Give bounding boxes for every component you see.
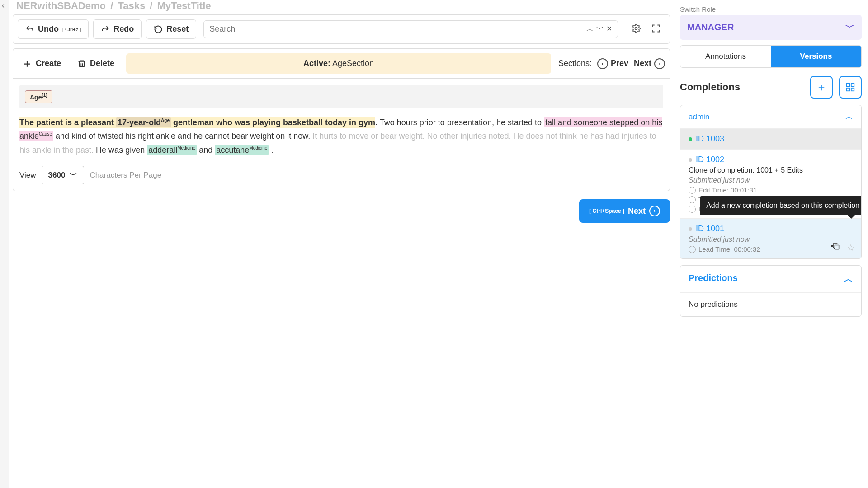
fullscreen-icon[interactable]	[651, 24, 660, 35]
text-seg: .	[269, 145, 273, 155]
collapse-bar[interactable]	[0, 0, 9, 488]
redo-label: Redo	[113, 24, 134, 34]
undo-hint: [ Ctrl+z ]	[62, 27, 81, 32]
active-label: Active:	[303, 59, 330, 68]
search-clear-icon[interactable]: ✕	[606, 24, 612, 34]
text-seg: and kind of twisted his right ankle and …	[53, 131, 312, 141]
search-next-icon[interactable]: ﹀	[596, 24, 604, 34]
lead-time: Lead Time: 00:00:32	[698, 245, 760, 253]
cpp-label: Characters Per Page	[90, 171, 161, 180]
next-section-button[interactable]: Next ›	[634, 58, 665, 69]
breadcrumb: NERwithSBADemo / Tasks / MyTestTitle	[13, 0, 670, 14]
breadcrumb-part[interactable]: NERwithSBADemo	[16, 0, 106, 11]
add-completion-button[interactable]: ＋	[810, 76, 833, 99]
med2-sup: Medicine	[249, 145, 267, 150]
edit-time: Edit Time: 00:01:31	[698, 186, 757, 194]
chevron-up-icon: ︿	[845, 112, 853, 122]
reset-label: Reset	[166, 24, 189, 34]
completions-box: admin ︿ ID 1003 ID 1002 Clone of complet…	[680, 105, 862, 259]
completion-id: ID 1002	[696, 155, 724, 164]
search-prev-icon[interactable]: ︿	[586, 24, 594, 34]
tag-index: [1]	[42, 93, 47, 98]
delete-label: Delete	[90, 59, 114, 68]
search-box[interactable]: ︿ ﹀ ✕	[203, 20, 618, 38]
undo-button[interactable]: Undo [ Ctrl+z ]	[18, 19, 89, 39]
redo-button[interactable]: Redo	[93, 19, 142, 39]
completion-item-1001[interactable]: Add a new completion based on this compl…	[680, 219, 861, 258]
next-label: Next	[628, 206, 646, 216]
status-dot-icon	[689, 158, 692, 162]
med1-sup: Medicine	[177, 145, 195, 150]
sidebar-tabs: Annotations Versions	[680, 45, 862, 68]
cause-sup: Cause	[39, 131, 52, 136]
copy-tooltip: Add a new completion based on this compl…	[700, 196, 862, 215]
next-label: Next	[634, 59, 651, 68]
status-dot-icon	[689, 137, 692, 141]
breadcrumb-sep: /	[110, 0, 113, 11]
med2-value: accutane	[216, 145, 249, 155]
chevron-down-icon: ﹀	[70, 170, 77, 180]
submitted-info: Submitted just now	[689, 235, 853, 244]
completion-item-1003[interactable]: ID 1003	[680, 129, 861, 150]
svg-rect-4	[851, 88, 854, 91]
view-label: View	[19, 171, 36, 180]
med1-span[interactable]: adderallMedicine	[147, 145, 197, 155]
breadcrumb-sep: /	[150, 0, 152, 11]
cursor-icon: ↖	[830, 243, 836, 250]
completion-id: ID 1001	[696, 224, 724, 234]
copy-icon[interactable]: ↖	[831, 242, 840, 253]
predictions-header[interactable]: Predictions ︿	[680, 266, 861, 293]
switch-role-label: Switch Role	[680, 5, 862, 13]
tab-versions[interactable]: Versions	[771, 46, 861, 67]
no-predictions-text: No predictions	[680, 293, 861, 316]
breadcrumb-part[interactable]: MyTestTitle	[157, 0, 211, 11]
next-hint: [ Ctrl+Space ]	[589, 208, 624, 214]
age-value: 17-year-old	[118, 118, 161, 127]
prev-label: Prev	[611, 59, 628, 68]
star-icon[interactable]: ☆	[847, 242, 855, 253]
status-dot-icon	[689, 227, 692, 231]
annotation-text[interactable]: The patient is a pleasant 17-year-oldAge…	[19, 116, 663, 157]
clone-info: Clone of completion: 1001 + 5 Edits	[689, 166, 853, 174]
breadcrumb-part[interactable]: Tasks	[118, 0, 145, 11]
chevron-down-icon: ﹀	[845, 21, 854, 33]
reset-button[interactable]: Reset	[146, 19, 196, 39]
age-span[interactable]: 17-year-oldAge	[116, 117, 171, 127]
next-task-button[interactable]: [ Ctrl+Space ] Next ›	[579, 199, 670, 223]
settings-icon[interactable]	[632, 24, 641, 35]
delete-button[interactable]: Delete	[73, 56, 119, 71]
completion-id: ID 1003	[696, 134, 724, 144]
svg-point-0	[635, 27, 637, 29]
role-value: MANAGER	[687, 22, 734, 33]
user-name: admin	[689, 113, 709, 122]
completion-user-header[interactable]: admin ︿	[680, 105, 861, 129]
clock-icon	[689, 246, 696, 253]
clock-icon	[689, 206, 696, 213]
chevron-up-icon: ︿	[844, 273, 853, 285]
next-container: [ Ctrl+Space ] Next ›	[13, 199, 670, 223]
text-seg: . Two hours prior to presentation, he st…	[375, 118, 544, 127]
text-seg: The patient is a pleasant	[19, 118, 116, 127]
sidebar: Switch Role MANAGER ﹀ Annotations Versio…	[674, 0, 868, 488]
grid-view-button[interactable]	[839, 76, 862, 99]
text-seg: and	[197, 145, 215, 155]
active-value: AgeSection	[332, 59, 374, 68]
chars-select[interactable]: 3600 ﹀	[42, 166, 85, 184]
med2-span[interactable]: accutaneMedicine	[215, 145, 269, 155]
search-input[interactable]	[209, 24, 586, 34]
svg-rect-1	[847, 84, 849, 86]
age-tag-chip[interactable]: Age[1]	[25, 90, 52, 103]
text-seg: He was given	[94, 145, 147, 155]
predictions-box: Predictions ︿ No predictions	[680, 265, 862, 317]
sections-control: Sections: ‹ Prev Next ›	[558, 58, 665, 69]
prev-section-button[interactable]: ‹ Prev	[597, 58, 628, 69]
tab-annotations[interactable]: Annotations	[680, 46, 771, 67]
completions-title: Completions	[680, 81, 740, 93]
active-section: Active: AgeSection	[126, 53, 551, 74]
view-row: View 3600 ﹀ Characters Per Page	[19, 166, 663, 184]
chevron-left-icon: ‹	[597, 58, 608, 69]
tag-row: Age[1]	[19, 85, 663, 108]
create-button[interactable]: ＋ Create	[18, 54, 66, 73]
role-select[interactable]: MANAGER ﹀	[680, 15, 862, 40]
top-toolbar: Undo [ Ctrl+z ] Redo Reset ︿ ﹀ ✕	[13, 14, 670, 44]
